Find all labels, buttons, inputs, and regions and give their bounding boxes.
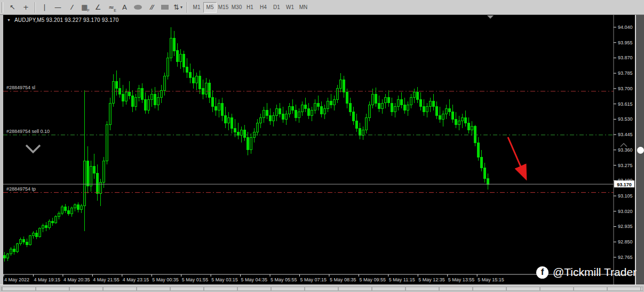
- candle: [426, 103, 428, 117]
- right-scrollbar[interactable]: [635, 15, 644, 285]
- candle: [487, 173, 489, 190]
- price-axis[interactable]: 94.04093.95593.87093.78593.70093.61593.5…: [614, 25, 634, 260]
- cursor-icon: ↖: [10, 4, 15, 11]
- candle: [240, 127, 242, 143]
- time-axis-label: 5 May 03:15: [211, 277, 238, 282]
- candle: [327, 98, 329, 112]
- trendline-tool-button[interactable]: /: [65, 2, 78, 13]
- arrow-symbols-button[interactable]: ⇅▾: [171, 2, 185, 13]
- price-chart[interactable]: #28849754 sl#28849754 sell 0.10#28849754…: [3, 15, 635, 285]
- chart-dropdown-marker-icon[interactable]: ▼: [7, 18, 11, 22]
- time-axis-label: 5 May 11:15: [389, 277, 415, 282]
- time-axis-label: 5 May 12:35: [418, 277, 445, 282]
- candle: [61, 205, 63, 215]
- price-tick-label: 93.615: [618, 101, 633, 107]
- candle: [122, 85, 124, 107]
- candle: [93, 154, 95, 179]
- horizontal-line-tool-button[interactable]: —: [51, 2, 65, 13]
- candle: [394, 103, 396, 117]
- candle: [74, 203, 76, 211]
- time-axis[interactable]: 4 May 20224 May 19:154 May 20:354 May 21…: [4, 274, 504, 282]
- price-tick-label: 93.530: [618, 116, 633, 122]
- ellipse-tool-button[interactable]: [131, 2, 145, 13]
- channel-tool-button[interactable]: //: [145, 2, 158, 13]
- rectangle-icon: [161, 5, 169, 10]
- candle: [298, 108, 300, 123]
- chart-shift-marker-icon[interactable]: [487, 15, 494, 19]
- price-tick-label: 92.765: [618, 255, 633, 260]
- timeframe-w1-button[interactable]: W1: [283, 2, 297, 13]
- candle: [375, 88, 377, 107]
- time-axis-label: 5 May 04:35: [241, 277, 268, 282]
- horizontal-scrollbar[interactable]: [1, 287, 643, 291]
- candle: [54, 215, 57, 224]
- price-tick-label: 93.105: [618, 193, 633, 199]
- time-axis-label: 5 May 09:55: [359, 277, 386, 282]
- wave-tool-button[interactable]: ≈E: [105, 2, 118, 13]
- candle: [442, 111, 444, 127]
- candle: [330, 94, 332, 108]
- vertical-line-icon: |: [43, 4, 45, 11]
- candle: [22, 236, 25, 244]
- candle: [269, 108, 271, 124]
- candle: [263, 107, 265, 123]
- candle: [202, 80, 204, 99]
- candle: [387, 90, 389, 106]
- candle: [125, 89, 127, 105]
- watermark: f @Tickmill Trader: [536, 266, 637, 279]
- candle: [455, 112, 457, 128]
- candle: [80, 204, 82, 213]
- timeframe-mn-button[interactable]: MN: [297, 2, 310, 13]
- fibonacci-tool-button[interactable]: ▦F: [78, 2, 91, 13]
- timeframe-h1-button[interactable]: H1: [243, 2, 257, 13]
- toolbar-grip[interactable]: [2, 2, 3, 13]
- candle: [147, 96, 149, 114]
- candle: [86, 146, 89, 193]
- candle: [381, 99, 383, 114]
- candle: [51, 218, 53, 226]
- timeframe-m15-button[interactable]: M15: [217, 2, 230, 13]
- candle: [480, 150, 482, 172]
- toolbar-separator: [35, 2, 36, 13]
- rectangle-tool-button[interactable]: [158, 2, 171, 13]
- timeframe-h4-button[interactable]: H4: [257, 2, 270, 13]
- time-axis-label: 4 May 20:35: [63, 277, 90, 282]
- candle: [211, 90, 213, 112]
- candle: [272, 112, 274, 127]
- annotation-arrow[interactable]: [508, 137, 526, 178]
- candle: [378, 96, 380, 112]
- text-tool-button[interactable]: A: [118, 2, 131, 13]
- watermark-text: @Tickmill Trader: [553, 266, 637, 279]
- scrollbar-dot[interactable]: [637, 147, 644, 154]
- crosshair-tool-button[interactable]: +: [19, 2, 33, 13]
- candle: [416, 87, 418, 104]
- candle: [224, 107, 226, 129]
- candle: [323, 105, 325, 119]
- candle: [3, 252, 5, 262]
- channel-icon: //: [149, 4, 153, 10]
- candle: [45, 222, 47, 231]
- timeframe-m30-button[interactable]: M30: [230, 2, 243, 13]
- candle: [32, 231, 34, 239]
- crosshair-icon: +: [23, 4, 29, 11]
- cursor-tool-button[interactable]: ↖: [6, 2, 19, 13]
- time-axis-label: 5 May 13:55: [448, 277, 475, 282]
- candle: [250, 133, 252, 153]
- candle: [157, 92, 159, 111]
- angle-tool-button[interactable]: ∠: [91, 2, 105, 13]
- vertical-line-tool-button[interactable]: |: [38, 2, 51, 13]
- candle: [429, 98, 431, 112]
- candle: [214, 98, 217, 116]
- candle: [90, 161, 92, 192]
- candle: [343, 76, 345, 98]
- candle: [474, 125, 476, 147]
- candle: [10, 247, 12, 255]
- candle: [403, 98, 406, 114]
- candle: [182, 51, 185, 73]
- timeframe-d1-button[interactable]: D1: [270, 2, 283, 13]
- timeframe-m5-button[interactable]: M5: [203, 2, 217, 13]
- price-tick-label: 92.935: [618, 224, 633, 229]
- timeframe-m1-button[interactable]: M1: [190, 2, 203, 13]
- candle: [259, 114, 261, 128]
- chevron-down-icon: [26, 145, 40, 152]
